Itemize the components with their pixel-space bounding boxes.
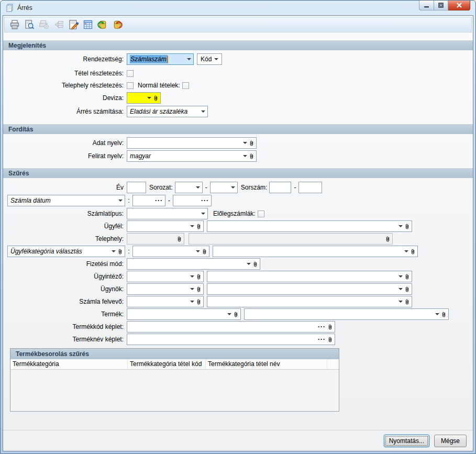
ev-input[interactable]	[127, 182, 146, 193]
dropdown-arrow-icon	[201, 213, 205, 215]
termeknev-keplet-input[interactable]: ···	[127, 334, 335, 345]
telephely-reszletezes-checkbox[interactable]	[127, 82, 134, 89]
table-title: Termékbesorolás szűrés	[10, 349, 339, 359]
dropdown-arrow-icon	[398, 288, 403, 290]
paperclip-icon	[405, 286, 409, 293]
dropdown-arrow-icon	[398, 275, 403, 278]
ugyfelkategoria-name-combo[interactable]	[213, 246, 418, 257]
selected-text: Számlaszám	[130, 55, 167, 63]
fizetesi-mod-label: Fizetési mód:	[7, 260, 127, 268]
szamla-felvevo-code-combo[interactable]	[127, 296, 204, 307]
paperclip-icon	[405, 223, 409, 230]
adat-nyelv-combo[interactable]	[127, 137, 257, 149]
dropdown-arrow-icon	[190, 275, 194, 278]
ugyfel-label: Ügyfél:	[7, 223, 127, 230]
paperclip-icon	[405, 298, 409, 305]
ev-label: Év	[7, 184, 127, 191]
termek-label: Termék:	[7, 311, 127, 318]
ugyintezo-code-combo[interactable]	[127, 271, 204, 282]
ugyfel-code-combo[interactable]	[127, 220, 204, 232]
arres-szamitasa-label: Árrés számítása:	[7, 108, 127, 115]
ugyintezo-name-combo[interactable]	[207, 271, 412, 282]
form-area: Megjelenítés Rendezettség: Számlaszám Kó…	[3, 34, 473, 430]
dropdown-arrow-icon	[231, 186, 235, 189]
normal-tetelek-checkbox[interactable]	[182, 82, 189, 89]
rendezettseg-combo[interactable]: Számlaszám	[127, 53, 194, 65]
sorszam-from-input[interactable]	[269, 182, 291, 193]
close-button[interactable]	[448, 1, 470, 10]
paperclip-icon	[177, 236, 182, 242]
paperclip-icon	[202, 248, 207, 255]
datum-to-input[interactable]: ···	[173, 195, 212, 206]
edit-report-icon[interactable]	[68, 19, 79, 30]
print-icon[interactable]	[9, 19, 20, 30]
dialog-window: Árrés	[0, 0, 476, 454]
dropdown-arrow-icon	[201, 110, 205, 113]
felirat-nyelv-combo[interactable]: magyar	[127, 150, 257, 162]
fizetesi-mod-combo[interactable]	[127, 258, 260, 270]
termekkod-keplet-input[interactable]: ···	[127, 321, 335, 333]
cancel-button[interactable]: Mégse	[434, 435, 467, 447]
tetel-reszletezes-checkbox[interactable]	[127, 70, 134, 77]
ellipsis-icon: ···	[155, 198, 163, 203]
deviza-combo[interactable]	[127, 92, 161, 104]
column-header-termekkategoria[interactable]: Termékkategória	[10, 359, 128, 369]
paperclip-icon	[234, 311, 238, 318]
db-save-icon[interactable]	[112, 19, 123, 30]
paperclip-icon	[196, 298, 201, 305]
arres-szamitasa-combo[interactable]: Eladási ár százaléka	[127, 106, 208, 117]
print-settings-icon[interactable]	[38, 19, 50, 30]
column-header-tetel-nev[interactable]: Termékkategória tétel név	[206, 359, 327, 369]
ugyfel-name-combo[interactable]	[207, 220, 412, 232]
datum-from-input[interactable]: ···	[132, 195, 165, 206]
termek-name-combo[interactable]	[244, 308, 449, 320]
ellipsis-icon: ···	[318, 324, 326, 329]
ugynok-code-combo[interactable]	[127, 283, 204, 295]
range-dash: -	[294, 184, 296, 191]
dropdown-arrow-icon	[196, 186, 200, 189]
paperclip-icon	[196, 223, 201, 230]
paperclip-icon	[253, 261, 258, 268]
kod-dropdown-button[interactable]: Kód	[197, 53, 222, 65]
dropdown-arrow-icon	[118, 200, 123, 202]
dropdown-arrow-icon	[435, 313, 439, 315]
felirat-nyelv-label: Felirat nyelv:	[7, 152, 127, 160]
column-header-tetel-kod[interactable]: Termékkategória tétel kód	[128, 359, 206, 369]
elolegszamlak-checkbox[interactable]	[258, 211, 264, 217]
datum-tipus-combo[interactable]: Számla dátum	[7, 195, 125, 206]
rendezettseg-label: Rendezettség:	[7, 56, 127, 63]
paperclip-icon	[196, 286, 201, 293]
table-header-row: Termékkategória Termékkategória tétel kó…	[10, 359, 339, 370]
spreadsheet-icon[interactable]	[82, 19, 94, 30]
elolegszamlak-label: Előlegszámlák:	[213, 210, 256, 217]
termekbesorolas-table: Termékbesorolás szűrés Termékkategória T…	[10, 348, 339, 412]
kod-label: Kód	[201, 56, 212, 63]
paperclip-icon	[411, 248, 415, 255]
ugyfelkategoria-selector-combo[interactable]: Ügyfélkategória választás	[7, 246, 125, 257]
ugynok-name-combo[interactable]	[207, 283, 412, 295]
telephely-reszletezes-label: Telephely részletezés:	[7, 82, 127, 89]
ugyfelkategoria-code-combo[interactable]	[132, 246, 209, 257]
maximize-icon	[438, 3, 444, 8]
sorozat-from-combo[interactable]	[175, 182, 203, 193]
szamla-felvevo-name-combo[interactable]	[207, 296, 412, 307]
print-preview-icon[interactable]	[24, 19, 35, 30]
maximize-button[interactable]	[434, 1, 448, 10]
minimize-button[interactable]	[419, 1, 434, 10]
dropdown-arrow-icon	[398, 301, 403, 303]
print-button[interactable]: Nyomtatás...	[384, 435, 429, 447]
export-icon[interactable]	[53, 19, 64, 30]
dropdown-arrow-icon	[243, 155, 247, 157]
dropdown-arrow-icon	[190, 301, 194, 303]
szamlatipus-combo[interactable]	[127, 208, 208, 219]
sorszam-to-input[interactable]	[298, 182, 322, 193]
paperclip-icon	[249, 140, 254, 147]
ugynok-label: Ügynök:	[7, 285, 127, 293]
sorozat-to-combo[interactable]	[210, 182, 238, 193]
termek-code-combo[interactable]	[127, 308, 241, 320]
paperclip-icon	[405, 273, 409, 280]
table-body-empty[interactable]	[10, 370, 339, 411]
db-load-icon[interactable]	[97, 19, 108, 30]
dropdown-arrow-icon	[247, 263, 251, 265]
dropdown-arrow-icon	[147, 97, 151, 99]
